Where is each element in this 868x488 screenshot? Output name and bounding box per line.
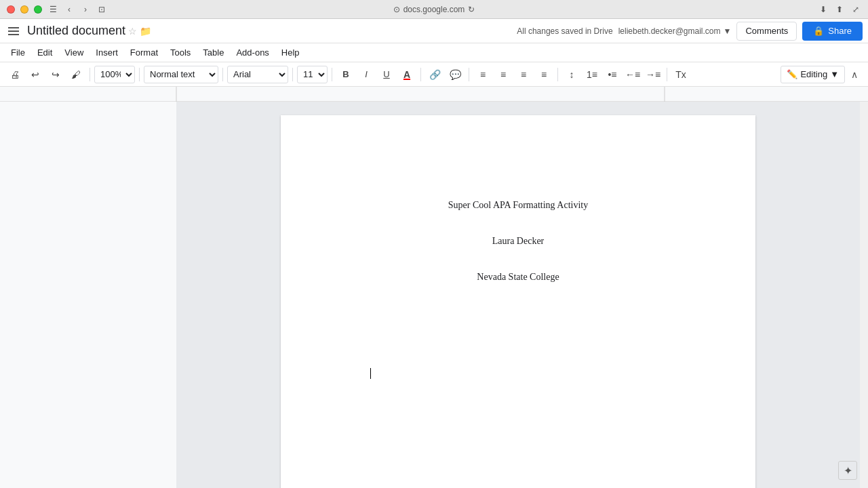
menu-view[interactable]: View — [59, 45, 89, 60]
share-page-icon[interactable]: ⬆ — [834, 4, 845, 15]
menu-addons[interactable]: Add-ons — [231, 45, 274, 60]
window-controls: ☰ ‹ › ⊡ — [7, 4, 107, 15]
refresh-icon[interactable]: ↻ — [468, 5, 475, 14]
editing-chevron-icon: ▼ — [830, 69, 839, 79]
document-page[interactable]: Super Cool APA Formatting Activity Laura… — [281, 115, 755, 488]
line-spacing-button[interactable]: ↕ — [562, 65, 581, 84]
menu-insert[interactable]: Insert — [90, 45, 123, 60]
menu-tools[interactable]: Tools — [165, 45, 196, 60]
link-button[interactable]: 🔗 — [425, 65, 444, 84]
content-area: Super Cool APA Formatting Activity Laura… — [0, 102, 868, 488]
forward-icon[interactable]: › — [80, 4, 91, 15]
minimize-button[interactable] — [20, 5, 28, 14]
explore-button[interactable]: ✦ — [838, 461, 857, 480]
star-icon[interactable]: ☆ — [128, 26, 137, 37]
align-justify-button[interactable]: ≡ — [534, 65, 553, 84]
auto-save-status: All changes saved in Drive — [517, 26, 612, 36]
browser-controls: ⬇ ⬆ ⤢ — [818, 4, 861, 15]
align-center-button[interactable]: ≡ — [494, 65, 513, 84]
menu-format[interactable]: Format — [125, 45, 163, 60]
header-right: All changes saved in Drive leliebeth.dec… — [517, 22, 863, 41]
menu-bar: File Edit View Insert Format Tools Table… — [0, 43, 868, 62]
url-bar[interactable]: ⊙ docs.google.com ↻ — [393, 5, 475, 14]
ruler — [0, 87, 868, 102]
folder-icon[interactable]: 📁 — [140, 26, 151, 37]
user-email: leliebeth.decker@gmail.com — [618, 26, 721, 36]
clear-formatting-button[interactable]: Tx — [671, 65, 690, 84]
divider-4 — [292, 68, 293, 81]
document-container: Super Cool APA Formatting Activity Laura… — [176, 102, 860, 488]
align-right-button[interactable]: ≡ — [514, 65, 533, 84]
sidebar-toggle-icon[interactable]: ☰ — [47, 4, 58, 15]
decrease-indent-button[interactable]: ←≡ — [623, 65, 642, 84]
paint-format-button[interactable]: 🖌 — [66, 65, 85, 84]
divider-9 — [667, 68, 667, 81]
doc-line-3: Nevada State College — [330, 268, 707, 285]
fullscreen-icon[interactable]: ⤢ — [850, 4, 861, 15]
download-icon[interactable]: ⬇ — [818, 4, 829, 15]
user-info[interactable]: leliebeth.decker@gmail.com ▼ — [618, 26, 732, 36]
bold-button[interactable]: B — [336, 65, 355, 84]
lock-icon: 🔒 — [813, 26, 824, 36]
secure-icon: ⊙ — [393, 5, 400, 14]
share-label: Share — [828, 26, 852, 36]
increase-indent-button[interactable]: →≡ — [644, 65, 663, 84]
text-cursor — [370, 368, 371, 379]
scrollbar-right[interactable] — [860, 102, 868, 488]
toolbar: 🖨 ↩ ↪ 🖌 100% Normal text Arial 11 B I U … — [0, 62, 868, 87]
align-left-button[interactable]: ≡ — [473, 65, 492, 84]
paragraph-style-select[interactable]: Normal text — [144, 66, 218, 83]
title-bar: ☰ ‹ › ⊡ ⊙ docs.google.com ↻ ⬇ ⬆ ⤢ — [0, 0, 868, 19]
collapse-toolbar-button[interactable]: ∧ — [846, 66, 863, 83]
text-color-button[interactable]: A — [397, 65, 416, 84]
tab-icon[interactable]: ⊡ — [96, 4, 107, 15]
divider-2 — [139, 68, 140, 81]
print-button[interactable]: 🖨 — [5, 65, 24, 84]
back-icon[interactable]: ‹ — [64, 4, 75, 15]
comments-button[interactable]: Comments — [736, 22, 797, 41]
menu-file[interactable]: File — [5, 45, 31, 60]
app-header: Untitled document ☆ 📁 All changes saved … — [0, 19, 868, 43]
doc-line-1: Super Cool APA Formatting Activity — [330, 197, 707, 214]
divider-1 — [90, 68, 90, 81]
divider-8 — [557, 68, 558, 81]
comment-button[interactable]: 💬 — [446, 65, 465, 84]
ordered-list-button[interactable]: 1≡ — [583, 65, 601, 84]
italic-button[interactable]: I — [357, 65, 376, 84]
undo-button[interactable]: ↩ — [26, 65, 45, 84]
menu-table[interactable]: Table — [197, 45, 229, 60]
maximize-button[interactable] — [34, 5, 42, 14]
divider-6 — [420, 68, 421, 81]
unordered-list-button[interactable]: •≡ — [603, 65, 622, 84]
url-text: docs.google.com — [403, 5, 465, 14]
divider-3 — [222, 68, 223, 81]
doc-title[interactable]: Untitled document — [27, 24, 125, 38]
menu-help[interactable]: Help — [276, 45, 305, 60]
underline-button[interactable]: U — [377, 65, 396, 84]
doc-title-area: Untitled document ☆ 📁 — [27, 24, 511, 38]
editing-mode-selector[interactable]: ✏️ Editing ▼ — [781, 66, 845, 83]
redo-button[interactable]: ↪ — [46, 65, 65, 84]
sidebar-left — [0, 102, 176, 488]
divider-7 — [469, 68, 469, 81]
hamburger-menu[interactable] — [5, 24, 22, 38]
pencil-icon: ✏️ — [787, 69, 797, 79]
editing-mode-label: Editing — [800, 69, 827, 79]
user-chevron-icon: ▼ — [724, 26, 732, 36]
doc-line-2: Laura Decker — [330, 232, 707, 249]
divider-5 — [332, 68, 332, 81]
menu-edit[interactable]: Edit — [32, 45, 58, 60]
font-select[interactable]: Arial — [227, 66, 288, 83]
share-button[interactable]: 🔒 Share — [802, 22, 863, 41]
font-size-select[interactable]: 11 — [297, 66, 328, 83]
zoom-select[interactable]: 100% — [94, 66, 135, 83]
doc-content[interactable]: Super Cool APA Formatting Activity Laura… — [281, 115, 755, 428]
close-button[interactable] — [7, 5, 15, 14]
